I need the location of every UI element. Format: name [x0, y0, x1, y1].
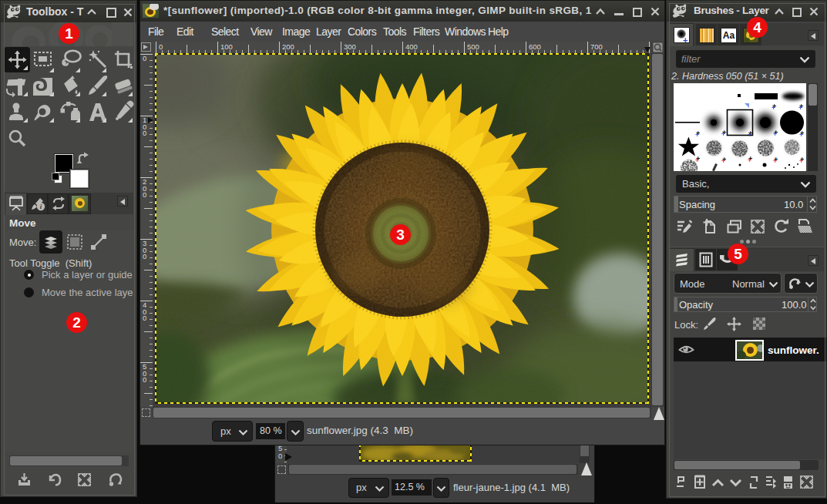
svg-text:+: + — [773, 157, 777, 165]
svg-text:+: + — [748, 156, 751, 164]
svg-text:+: + — [721, 130, 725, 138]
svg-text:+: + — [695, 156, 699, 164]
svg-text:+: + — [773, 130, 777, 138]
svg-text:+: + — [748, 131, 751, 139]
svg-text:+: + — [799, 157, 803, 165]
svg-text:+: + — [772, 104, 775, 112]
svg-text:+: + — [798, 104, 802, 112]
svg-text:+: + — [721, 157, 725, 165]
svg-text:+: + — [695, 131, 699, 139]
svg-text:+: + — [799, 131, 803, 139]
